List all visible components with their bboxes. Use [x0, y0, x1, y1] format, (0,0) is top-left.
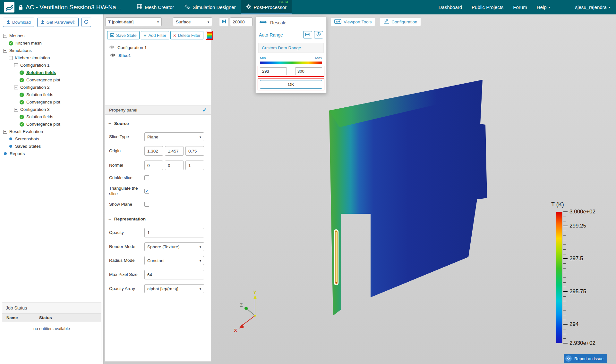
tree-item-reports-16[interactable]: Reports: [0, 150, 103, 157]
legend-tick-label: 297.5: [569, 255, 583, 262]
collapse-icon[interactable]: −: [14, 108, 18, 112]
refresh-button[interactable]: [81, 18, 91, 27]
nav-help[interactable]: Help▾: [537, 4, 550, 10]
opacity-input[interactable]: [144, 228, 204, 237]
auto-range-button[interactable]: Auto-Range: [259, 32, 283, 37]
origin-z-input[interactable]: [185, 146, 204, 156]
tree-item-saved-states-15[interactable]: Saved States: [0, 143, 103, 150]
rescale-button[interactable]: Rescale: [256, 17, 326, 29]
tree-item-label: Configuration 1: [20, 63, 50, 68]
representation-select[interactable]: Surface▾: [173, 17, 212, 26]
collapse-icon[interactable]: −: [9, 56, 13, 60]
report-issue-button[interactable]: Report an issue: [564, 354, 607, 363]
save-state-button[interactable]: Save State: [107, 31, 140, 39]
tree-item-simulations-2[interactable]: −Simulations: [0, 47, 103, 54]
max-pixel-size-input[interactable]: [144, 270, 204, 279]
tree-item-convergence-plot-12[interactable]: ✓Convergence plot: [0, 120, 103, 128]
tree-item-solution-fields-5[interactable]: ✓Solution fields: [0, 69, 103, 76]
caret-down-icon: ▾: [208, 20, 209, 24]
get-paraview-button[interactable]: Get ParaView®: [37, 18, 79, 27]
nav-user-menu[interactable]: sjesu_rajendra▾: [575, 4, 610, 10]
tree-item-kitchen-simulation-3[interactable]: −Kitchen simulation: [0, 54, 103, 62]
tree-item-screenshots-14[interactable]: Screenshots: [0, 135, 103, 143]
eye-icon[interactable]: [109, 45, 115, 50]
range-expand-icon: [305, 32, 310, 37]
range-time-button[interactable]: [314, 31, 323, 38]
collapse-icon[interactable]: −: [3, 34, 7, 38]
representation-section-header[interactable]: − Representation: [105, 217, 211, 221]
nav-public-projects[interactable]: Public Projects: [472, 4, 503, 10]
range-min-input[interactable]: [260, 67, 287, 75]
tab-mesh-creator[interactable]: Mesh Creator: [132, 0, 179, 14]
download-button[interactable]: Download: [3, 18, 34, 27]
collapse-icon[interactable]: −: [14, 86, 18, 89]
tree-item-kitchen-mesh-1[interactable]: ✓Kitchen mesh: [0, 39, 103, 47]
dot-icon: [9, 137, 12, 140]
job-status-header: Name Status: [2, 313, 101, 322]
triangulate-checkbox[interactable]: ✓: [144, 189, 149, 194]
tree-item-solution-fields-11[interactable]: ✓Solution fields: [0, 113, 103, 120]
simscale-logo[interactable]: [4, 2, 14, 12]
source-section-header[interactable]: − Source: [105, 121, 211, 126]
filter-item-slice1[interactable]: Slice1: [105, 52, 211, 60]
tree-item-configuration-3-10[interactable]: −Configuration 3: [0, 106, 103, 113]
tab-simulation-designer[interactable]: Simulation Designer: [179, 0, 241, 14]
origin-x-input[interactable]: [144, 146, 163, 156]
collapse-icon[interactable]: −: [14, 63, 18, 67]
crinkle-slice-checkbox[interactable]: [144, 175, 149, 180]
tree-item-convergence-plot-6[interactable]: ✓Convergence plot: [0, 76, 103, 84]
render-mode-select[interactable]: Sphere (Texture)▾: [144, 242, 204, 251]
rescale-popup: Rescale Auto-Range Cu: [255, 17, 327, 93]
slice-type-select[interactable]: Plane▾: [144, 132, 204, 141]
show-plane-label: Show Plane: [109, 202, 144, 207]
normal-z-input[interactable]: [185, 161, 204, 170]
colormap-button[interactable]: [206, 31, 213, 40]
add-filter-button[interactable]: + Add Filter: [141, 31, 169, 39]
opacity-array-select[interactable]: alphat [kg/(m s)]▾: [144, 284, 204, 293]
job-col-status: Status: [39, 315, 52, 320]
logo-swirl-icon: [5, 3, 13, 12]
normal-label: Normal: [109, 162, 144, 168]
configuration-button[interactable]: Configuration: [380, 17, 421, 26]
normal-x-input[interactable]: [144, 161, 163, 170]
caret-down-icon: ▾: [200, 287, 201, 291]
filter-item-configuration-1[interactable]: Configuration 1: [105, 44, 211, 52]
tree-item-label: Convergence plot: [26, 122, 60, 127]
tree-item-result-evaluation-13[interactable]: −Result Evaluation: [0, 128, 103, 135]
viewport-tools-button[interactable]: Viewport Tools: [331, 17, 375, 26]
job-col-name: Name: [6, 315, 39, 320]
delete-filter-button[interactable]: × Delete Filter: [170, 31, 203, 39]
tree-item-solution-fields-8[interactable]: ✓Solution fields: [0, 91, 103, 98]
radius-mode-select[interactable]: Constant▾: [144, 256, 204, 265]
collapse-icon[interactable]: −: [3, 49, 7, 53]
legend-tick-mark: [563, 324, 568, 325]
show-plane-checkbox[interactable]: [144, 202, 149, 207]
nav-forum[interactable]: Forum: [513, 4, 527, 10]
frame-input[interactable]: [230, 17, 252, 26]
tree-item-convergence-plot-9[interactable]: ✓Convergence plot: [0, 98, 103, 106]
apply-check-icon[interactable]: ✓: [202, 107, 207, 113]
range-max-input[interactable]: [295, 67, 322, 75]
field-select[interactable]: T [point-data]▾: [105, 17, 162, 26]
ok-button[interactable]: OK: [260, 80, 322, 89]
tab-post-processor[interactable]: BETA Post-Processor: [241, 0, 292, 14]
play-button[interactable]: [219, 17, 229, 26]
nav-dashboard[interactable]: Dashboard: [439, 4, 462, 10]
filter-toolbar: Save State + Add Filter × Delete Filter: [105, 29, 211, 42]
collapse-icon[interactable]: −: [3, 130, 7, 134]
range-expand-button[interactable]: [303, 31, 312, 38]
normal-y-input[interactable]: [165, 161, 184, 170]
download-icon: [41, 20, 45, 25]
tree-item-meshes-0[interactable]: −Meshes: [0, 32, 103, 39]
origin-y-input[interactable]: [165, 146, 184, 156]
eye-icon[interactable]: [110, 53, 116, 58]
tree-item-configuration-1-4[interactable]: −Configuration 1: [0, 62, 103, 69]
configuration-icon: [383, 19, 389, 25]
property-panel-header: Property panel ✓: [105, 105, 211, 115]
axis-triad: Y Z X: [234, 289, 257, 333]
job-status-title: Job Status: [2, 302, 101, 313]
main-area: Y Z X T (K) 3.000e+02299.25297.5295.7529…: [104, 14, 616, 364]
tree-item-configuration-2-7[interactable]: −Configuration 2: [0, 84, 103, 91]
auto-range-row: Auto-Range: [256, 29, 326, 42]
project-title[interactable]: AC - Ventilation Session3 HW-Na...: [26, 4, 121, 11]
